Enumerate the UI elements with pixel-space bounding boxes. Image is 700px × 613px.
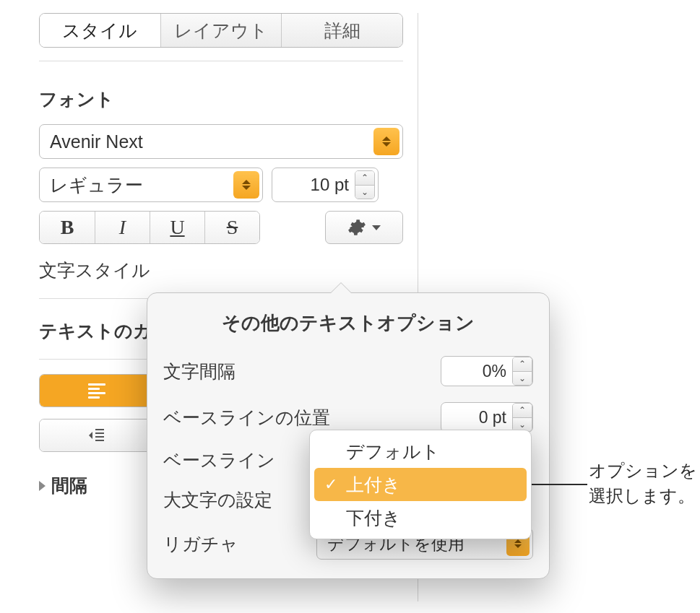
char-spacing-value: 0% — [441, 362, 512, 381]
bold-button[interactable]: B — [40, 212, 95, 243]
font-section-title: フォント — [39, 87, 403, 111]
baseline-shift-field[interactable]: 0 pt ⌃⌄ — [441, 402, 533, 432]
outdent-icon — [88, 428, 105, 443]
stepper-up-icon[interactable]: ⌃ — [355, 171, 374, 185]
baseline-shift-value: 0 pt — [441, 408, 512, 427]
text-style-group: B I U S — [39, 211, 260, 244]
baseline-option-default[interactable]: ✓ デフォルト — [314, 435, 527, 468]
font-weight-popup[interactable]: レギュラー — [39, 168, 263, 202]
align-left-icon — [88, 383, 105, 399]
font-family-popup[interactable]: Avenir Next — [39, 124, 403, 159]
font-family-value: Avenir Next — [50, 131, 371, 152]
align-left-button[interactable] — [40, 375, 154, 407]
alignment-group — [39, 374, 155, 407]
char-spacing-field[interactable]: 0% ⌃⌄ — [441, 356, 533, 386]
option-label: 下付き — [346, 506, 401, 530]
baseline-shift-stepper[interactable]: ⌃⌄ — [512, 403, 532, 432]
spacing-label: 間隔 — [51, 474, 87, 497]
font-weight-value: レギュラー — [50, 173, 230, 197]
divider — [39, 61, 403, 61]
popup-knob-icon — [373, 128, 399, 155]
strikethrough-button[interactable]: S — [204, 212, 259, 243]
popup-knob-icon — [233, 171, 259, 199]
font-size-field[interactable]: 10 pt ⌃ ⌄ — [272, 168, 379, 202]
baseline-shift-label: ベースラインの位置 — [163, 406, 433, 430]
indent-group — [39, 419, 155, 452]
tab-layout[interactable]: レイアウト — [160, 14, 282, 47]
underline-button[interactable]: U — [150, 212, 204, 243]
popover-title: その他のテキストオプション — [163, 310, 533, 336]
option-label: 上付き — [346, 473, 401, 497]
font-size-value: 10 pt — [272, 175, 355, 195]
callout-text: オプションを選択します。 — [589, 458, 697, 509]
baseline-option-superscript[interactable]: ✓ 上付き — [314, 468, 527, 501]
char-spacing-label: 文字間隔 — [163, 360, 433, 383]
italic-button[interactable]: I — [95, 212, 150, 243]
baseline-option-subscript[interactable]: ✓ 下付き — [314, 501, 527, 534]
gear-icon — [347, 218, 366, 237]
callout-leader-line — [531, 484, 587, 485]
chevron-down-icon — [372, 225, 381, 230]
character-style-label: 文字スタイル — [39, 258, 403, 282]
option-label: デフォルト — [346, 440, 440, 464]
inspector-tabs: スタイル レイアウト 詳細 — [39, 13, 403, 48]
advanced-text-options-button[interactable] — [325, 211, 403, 244]
font-size-stepper[interactable]: ⌃ ⌄ — [355, 170, 375, 199]
tab-style[interactable]: スタイル — [40, 14, 160, 47]
ligature-label: リガチャ — [163, 532, 309, 556]
baseline-dropdown-menu: ✓ デフォルト ✓ 上付き ✓ 下付き — [309, 430, 532, 539]
char-spacing-stepper[interactable]: ⌃⌄ — [512, 357, 532, 386]
checkmark-icon: ✓ — [323, 475, 339, 494]
chevron-right-icon — [39, 481, 46, 491]
stepper-down-icon[interactable]: ⌄ — [355, 185, 374, 199]
decrease-indent-button[interactable] — [40, 419, 154, 451]
tab-details[interactable]: 詳細 — [281, 14, 402, 47]
